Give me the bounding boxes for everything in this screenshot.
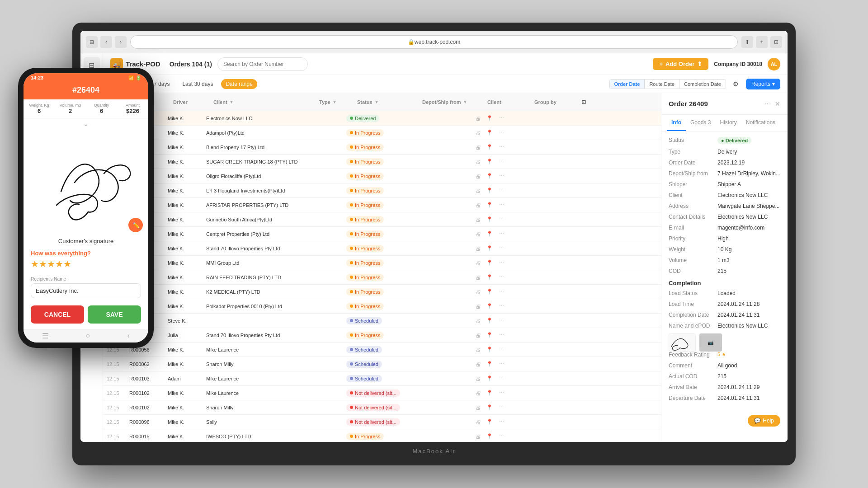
tab-info[interactable]: Info — [667, 115, 686, 131]
row-action-location-icon[interactable]: 📍 — [485, 374, 495, 384]
row-action-location-icon[interactable]: 📍 — [485, 272, 495, 282]
settings-icon[interactable]: ⚙ — [730, 78, 742, 90]
table-row[interactable]: 12.15 R000019 Steve K. Scheduled 🖨 📍 ⋯ — [103, 314, 661, 328]
row-action-location-icon[interactable]: 📍 — [485, 142, 495, 152]
table-row[interactable]: 12.15 R000015 Mike K. IWESCO (PTY) LTD I… — [103, 429, 661, 442]
row-action-location-icon[interactable]: 📍 — [485, 171, 495, 181]
search-input[interactable] — [217, 57, 308, 71]
row-action-more-icon[interactable]: ⋯ — [496, 287, 506, 297]
new-tab-btn[interactable]: + — [756, 36, 768, 48]
row-action-more-icon[interactable]: ⋯ — [496, 128, 506, 138]
row-action-location-icon[interactable]: 📍 — [485, 388, 495, 398]
table-row[interactable]: 12.15 R000102 Mike K. Mike Laurence Not … — [103, 386, 661, 400]
row-action-print-icon[interactable]: 🖨 — [473, 113, 483, 123]
row-action-more-icon[interactable]: ⋯ — [496, 186, 506, 196]
share-btn[interactable]: ⬆ — [741, 36, 753, 48]
row-action-print-icon[interactable]: 🖨 — [473, 200, 483, 210]
table-row[interactable]: 12.15 R000015 Mike K. SUGAR CREEK TRADIN… — [103, 155, 661, 169]
row-action-location-icon[interactable]: 📍 — [485, 186, 495, 196]
row-action-print-icon[interactable]: 🖨 — [473, 215, 483, 225]
row-action-more-icon[interactable]: ⋯ — [496, 258, 506, 268]
phone-nav-back-icon[interactable]: ‹ — [127, 332, 129, 340]
forward-btn[interactable]: › — [115, 36, 127, 48]
table-row[interactable]: 12.15 R000015 Mike K. Stand 70 Illovo Pr… — [103, 241, 661, 256]
row-action-location-icon[interactable]: 📍 — [485, 258, 495, 268]
table-row[interactable]: 12.15 R000015 Mike K. Erf 3 Hoogland Inv… — [103, 183, 661, 198]
date-toggle-completion[interactable]: Completion Date — [679, 80, 726, 89]
row-action-location-icon[interactable]: 📍 — [485, 200, 495, 210]
row-action-print-icon[interactable]: 🖨 — [473, 287, 483, 297]
phone-nav-home-icon[interactable]: ○ — [85, 332, 90, 340]
row-action-print-icon[interactable]: 🖨 — [473, 272, 483, 282]
row-action-print-icon[interactable]: 🖨 — [473, 244, 483, 253]
extensions-btn[interactable]: ⊡ — [770, 36, 782, 48]
table-row[interactable]: 12.15 R000102 Mike K. Sharon Milly Not d… — [103, 400, 661, 415]
date-toggle-route[interactable]: Route Date — [645, 80, 679, 89]
phone-edit-btn[interactable]: ✏️ — [128, 218, 143, 232]
phone-recipient-input[interactable] — [31, 283, 141, 298]
filter-daterange-btn[interactable]: Date range — [221, 79, 257, 89]
browser-address-bar[interactable]: 🔒 web.track-pod.com — [130, 35, 738, 49]
row-action-more-icon[interactable]: ⋯ — [496, 374, 506, 384]
sidebar-toggle-btn[interactable]: ⊟ — [86, 36, 98, 48]
row-action-print-icon[interactable]: 🖨 — [473, 432, 483, 441]
row-action-location-icon[interactable]: 📍 — [485, 432, 495, 441]
row-action-location-icon[interactable]: 📍 — [485, 403, 495, 413]
reports-button[interactable]: Reports ▾ — [746, 79, 780, 89]
row-action-more-icon[interactable]: ⋯ — [496, 417, 506, 427]
row-action-location-icon[interactable]: 📍 — [485, 301, 495, 311]
table-row[interactable]: 12.15 R000096 Mike K. Sally Not delivere… — [103, 415, 661, 429]
row-action-location-icon[interactable]: 📍 — [485, 330, 495, 340]
row-action-print-icon[interactable]: 🖨 — [473, 374, 483, 384]
panel-close-icon[interactable]: ✕ — [775, 100, 780, 108]
row-action-location-icon[interactable]: 📍 — [485, 316, 495, 326]
row-action-print-icon[interactable]: 🖨 — [473, 403, 483, 413]
row-action-print-icon[interactable]: 🖨 — [473, 417, 483, 427]
phone-save-button[interactable]: SAVE — [88, 305, 141, 324]
tab-goods[interactable]: Goods 3 — [686, 115, 715, 131]
row-action-location-icon[interactable]: 📍 — [485, 128, 495, 138]
row-action-print-icon[interactable]: 🖨 — [473, 142, 483, 152]
row-action-more-icon[interactable]: ⋯ — [496, 200, 506, 210]
phone-cancel-button[interactable]: CANCEL — [31, 305, 84, 324]
row-action-more-icon[interactable]: ⋯ — [496, 215, 506, 225]
row-action-more-icon[interactable]: ⋯ — [496, 301, 506, 311]
row-action-print-icon[interactable]: 🖨 — [473, 330, 483, 340]
row-action-more-icon[interactable]: ⋯ — [496, 432, 506, 441]
help-button[interactable]: 💬 Help — [748, 415, 780, 427]
row-action-location-icon[interactable]: 📍 — [485, 244, 495, 253]
table-row[interactable]: 12.15 R000103 Adam Mike Laurence Schedul… — [103, 371, 661, 386]
table-row[interactable]: 12.15 R000062 Mike K. Sharon Milly Sched… — [103, 357, 661, 371]
table-row[interactable]: 12.15 R000015 Mike K. Adampol (Pty)Ltd I… — [103, 126, 661, 140]
phone-stars[interactable]: ★★★★★ — [31, 258, 141, 269]
table-row[interactable]: 12.19 R000121 Mike K. Electronics Now LL… — [103, 111, 661, 126]
row-action-more-icon[interactable]: ⋯ — [496, 345, 506, 355]
table-row[interactable]: 12.15 R000015 Mike K. RAIN FEED TRADING … — [103, 270, 661, 285]
tab-history[interactable]: History — [715, 115, 741, 131]
row-action-print-icon[interactable]: 🖨 — [473, 258, 483, 268]
row-action-print-icon[interactable]: 🖨 — [473, 229, 483, 239]
row-action-location-icon[interactable]: 📍 — [485, 345, 495, 355]
row-action-more-icon[interactable]: ⋯ — [496, 113, 506, 123]
row-action-location-icon[interactable]: 📍 — [485, 229, 495, 239]
add-order-button[interactable]: + Orders 104 (1) Add Order ⬆ — [653, 58, 708, 70]
phone-nav-menu-icon[interactable]: ☰ — [42, 332, 48, 340]
table-row[interactable]: 12.15 R000015 Mike K. K2 MEDICAL (PTY) L… — [103, 285, 661, 299]
row-action-more-icon[interactable]: ⋯ — [496, 330, 506, 340]
filter-last30-btn[interactable]: Last 30 days — [178, 79, 217, 89]
table-row[interactable]: 12.15 R000015 Mike K. AFRISTAR PROPERTIE… — [103, 198, 661, 212]
row-action-print-icon[interactable]: 🖨 — [473, 316, 483, 326]
user-avatar[interactable]: AL — [768, 58, 780, 70]
row-action-location-icon[interactable]: 📍 — [485, 113, 495, 123]
row-action-more-icon[interactable]: ⋯ — [496, 244, 506, 253]
table-row[interactable]: 12.15 R000056 Mike K. Mike Laurence Sche… — [103, 343, 661, 357]
row-action-print-icon[interactable]: 🖨 — [473, 157, 483, 167]
row-action-print-icon[interactable]: 🖨 — [473, 345, 483, 355]
row-action-location-icon[interactable]: 📍 — [485, 359, 495, 369]
row-action-location-icon[interactable]: 📍 — [485, 215, 495, 225]
row-action-more-icon[interactable]: ⋯ — [496, 157, 506, 167]
row-action-print-icon[interactable]: 🖨 — [473, 128, 483, 138]
back-btn[interactable]: ‹ — [100, 36, 112, 48]
table-row[interactable]: 12.15 R000015 Mike K. Polkadot Propertie… — [103, 299, 661, 314]
tab-notifications[interactable]: Notifications — [741, 115, 780, 131]
